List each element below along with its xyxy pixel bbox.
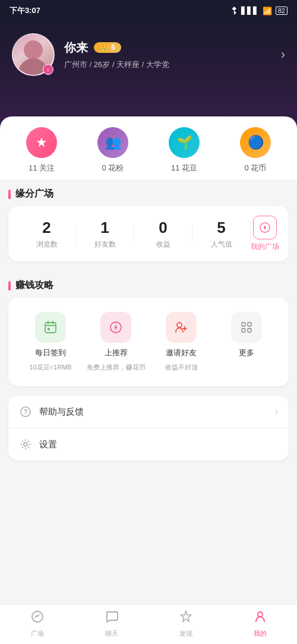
earn-title-text: 赚钱攻略 bbox=[15, 279, 53, 292]
signal-icon: ▋▋▋ bbox=[241, 7, 259, 15]
revenue-num: 0 bbox=[159, 219, 167, 237]
beans-icon: 🌱 bbox=[169, 127, 200, 158]
earn-grid: 每日签到 10花豆=1RMB 上推荐 免费上推荐，赚花币 bbox=[18, 307, 279, 377]
nav-mine[interactable]: 我的 bbox=[242, 610, 278, 638]
status-icons: ▋▋▋ 📶 82 bbox=[230, 7, 287, 15]
square-title-text: 缘分广场 bbox=[15, 188, 53, 200]
square-section: 缘分广场 2 浏览数 1 好友数 0 收益 5 bbox=[8, 179, 289, 261]
more-icon bbox=[231, 312, 262, 343]
invite-icon bbox=[166, 312, 197, 343]
avatar-wrap: ♀ bbox=[12, 33, 55, 76]
stat-beans-label: 11 花豆 bbox=[171, 163, 197, 173]
svg-text:?: ? bbox=[24, 408, 28, 415]
svg-point-12 bbox=[24, 443, 27, 446]
nav-chat-icon bbox=[105, 610, 119, 627]
earn-item-invite[interactable]: 邀请好友 收益不封顶 bbox=[148, 312, 214, 372]
square-section-title: 缘分广场 bbox=[8, 179, 289, 206]
recommend-icon bbox=[100, 312, 131, 343]
stat-follow[interactable]: ★ 11 关注 bbox=[18, 127, 65, 173]
level-badge: 👑 5 bbox=[94, 42, 121, 53]
main-content: 缘分广场 2 浏览数 1 好友数 0 收益 5 bbox=[0, 179, 297, 517]
nav-square-icon bbox=[30, 610, 45, 627]
square-card: 2 浏览数 1 好友数 0 收益 5 人气值 bbox=[8, 206, 289, 261]
stat-popularity: 5 人气值 bbox=[192, 219, 250, 250]
my-square-label: 我的广场 bbox=[251, 242, 279, 252]
checkin-name: 每日签到 bbox=[35, 348, 66, 358]
stat-coins-label: 0 花币 bbox=[245, 163, 267, 173]
invite-name: 邀请好友 bbox=[166, 348, 197, 358]
stat-friends: 1 好友数 bbox=[76, 219, 134, 250]
nav-discover-icon bbox=[179, 610, 193, 627]
svg-rect-6 bbox=[242, 323, 245, 326]
recommend-desc: 免费上推荐，赚花币 bbox=[87, 363, 146, 372]
stat-follow-label: 11 关注 bbox=[29, 163, 55, 173]
browse-label: 浏览数 bbox=[36, 239, 58, 250]
checkin-icon bbox=[35, 312, 66, 343]
nav-discover[interactable]: 发现 bbox=[168, 610, 204, 638]
my-square-button[interactable]: 我的广场 bbox=[251, 216, 279, 252]
title-bar-decoration bbox=[8, 190, 11, 199]
settings-label: 设置 bbox=[39, 439, 278, 450]
bluetooth-icon bbox=[230, 7, 238, 15]
nav-square-label: 广场 bbox=[31, 629, 44, 638]
nav-square[interactable]: 广场 bbox=[20, 610, 55, 638]
stat-revenue: 0 收益 bbox=[134, 219, 192, 250]
svg-rect-1 bbox=[45, 323, 56, 333]
nav-chat[interactable]: 聊天 bbox=[94, 610, 129, 638]
friends-label: 好友数 bbox=[94, 239, 116, 250]
battery-icon: 82 bbox=[276, 7, 287, 15]
earn-item-recommend[interactable]: 上推荐 免费上推荐，赚花币 bbox=[83, 312, 148, 372]
checkin-desc: 10花豆=1RMB bbox=[29, 363, 71, 372]
stat-coins[interactable]: 🔵 0 花币 bbox=[232, 127, 279, 173]
earn-item-more[interactable]: 更多 bbox=[214, 312, 279, 363]
popularity-num: 5 bbox=[217, 219, 225, 237]
profile-arrow-button[interactable]: › bbox=[281, 47, 285, 62]
bottom-nav: 广场 聊天 发现 我的 bbox=[0, 604, 297, 644]
svg-point-5 bbox=[177, 323, 182, 327]
profile-info: 你来 👑 5 广州市 / 26岁 / 天秤座 / 大学党 bbox=[64, 40, 271, 70]
earn-section-title: 赚钱攻略 bbox=[8, 271, 289, 298]
nav-mine-icon bbox=[253, 610, 267, 627]
settings-icon bbox=[19, 438, 32, 451]
settings-menu-item[interactable]: 设置 bbox=[8, 428, 289, 460]
status-bar: 下午3:07 ▋▋▋ 📶 82 bbox=[0, 0, 297, 21]
help-label: 帮助与反馈 bbox=[39, 406, 268, 418]
stat-browse: 2 浏览数 bbox=[18, 219, 75, 250]
svg-rect-9 bbox=[248, 329, 251, 332]
earn-section: 赚钱攻略 每日签到 10花豆=1RMB bbox=[8, 271, 289, 386]
coins-icon: 🔵 bbox=[240, 127, 271, 158]
gender-icon: ♀ bbox=[43, 64, 53, 75]
my-square-icon bbox=[253, 216, 277, 239]
profile-name: 你来 bbox=[64, 40, 88, 56]
help-icon: ? bbox=[19, 405, 32, 418]
help-arrow-icon: › bbox=[275, 406, 278, 417]
fans-icon: 👥 bbox=[97, 127, 128, 158]
friends-num: 1 bbox=[100, 219, 109, 237]
svg-point-4 bbox=[115, 326, 117, 329]
revenue-label: 收益 bbox=[156, 239, 170, 250]
stat-fans[interactable]: 👥 0 花粉 bbox=[89, 127, 137, 173]
svg-point-14 bbox=[258, 612, 263, 617]
earn-title-bar bbox=[8, 281, 11, 291]
svg-rect-2 bbox=[48, 328, 50, 330]
stats-row: ★ 11 关注 👥 0 花粉 🌱 11 花豆 🔵 0 花币 bbox=[0, 116, 297, 179]
svg-rect-7 bbox=[248, 323, 251, 326]
wifi-icon: 📶 bbox=[263, 7, 272, 15]
help-menu-item[interactable]: ? 帮助与反馈 › bbox=[8, 396, 289, 428]
menu-card: ? 帮助与反馈 › 设置 bbox=[8, 396, 289, 460]
square-stats: 2 浏览数 1 好友数 0 收益 5 人气值 bbox=[18, 216, 279, 252]
crown-icon: 👑 bbox=[100, 43, 109, 52]
popularity-label: 人气值 bbox=[211, 239, 232, 250]
earn-item-checkin[interactable]: 每日签到 10花豆=1RMB bbox=[18, 312, 83, 372]
level-number: 5 bbox=[111, 43, 115, 52]
stat-beans[interactable]: 🌱 11 花豆 bbox=[160, 127, 208, 173]
nav-chat-label: 聊天 bbox=[105, 629, 118, 638]
invite-desc: 收益不封顶 bbox=[165, 363, 198, 372]
stat-fans-label: 0 花粉 bbox=[102, 163, 124, 173]
profile-description: 广州市 / 26岁 / 天秤座 / 大学党 bbox=[64, 59, 271, 70]
profile-name-row: 你来 👑 5 bbox=[64, 40, 271, 56]
earn-card: 每日签到 10花豆=1RMB 上推荐 免费上推荐，赚花币 bbox=[8, 298, 289, 386]
follow-icon: ★ bbox=[26, 127, 57, 158]
nav-discover-label: 发现 bbox=[179, 629, 192, 638]
browse-num: 2 bbox=[42, 219, 50, 237]
